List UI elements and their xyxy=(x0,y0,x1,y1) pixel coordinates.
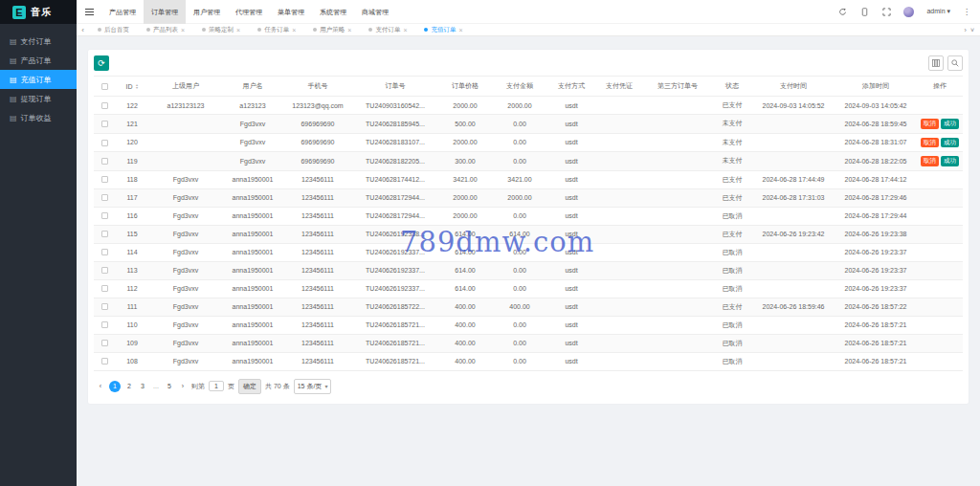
row-checkbox[interactable] xyxy=(101,176,108,183)
cell-username: anna1950001 xyxy=(222,279,283,298)
cell-order-no: TU240628172944... xyxy=(352,207,438,225)
topnav-item-用户管理[interactable]: 用户管理 xyxy=(186,0,228,24)
topnav-item-代理管理[interactable]: 代理管理 xyxy=(228,0,270,24)
cancel-order-button[interactable]: 取消 xyxy=(921,156,939,166)
row-checkbox[interactable] xyxy=(101,158,108,165)
tab-支付订单[interactable]: 支付订单× xyxy=(360,24,415,36)
confirm-order-button[interactable]: 成功 xyxy=(941,138,959,148)
cell-actions xyxy=(917,316,963,334)
sidebar-item-label: 提现订单 xyxy=(21,94,52,104)
tabs-scroll-right-icon[interactable]: › xyxy=(965,27,967,33)
sidebar-item-产品订单[interactable]: ▤产品订单 xyxy=(0,51,77,70)
cell-pay-method: usdt xyxy=(547,152,595,171)
page-3[interactable]: 3 xyxy=(138,383,147,389)
row-checkbox[interactable] xyxy=(101,249,108,255)
cell-parent-user: Fgd3vxv xyxy=(149,298,222,316)
row-checkbox[interactable] xyxy=(101,303,108,310)
user-menu[interactable]: admin ▾ xyxy=(926,8,950,15)
cell-phone: 123456111 xyxy=(283,243,352,261)
row-checkbox[interactable] xyxy=(101,212,108,219)
confirm-order-button[interactable]: 成功 xyxy=(941,119,959,129)
sidebar-item-支付订单[interactable]: ▤支付订单 xyxy=(0,32,77,51)
topnav-item-商城管理[interactable]: 商城管理 xyxy=(354,0,396,24)
more-options-icon[interactable]: ⋮ xyxy=(963,8,970,16)
cell-checkbox xyxy=(94,243,115,261)
page-prev-icon[interactable]: ‹ xyxy=(96,383,105,389)
columns-filter-icon[interactable] xyxy=(928,55,944,71)
column-header-支付凭证: 支付凭证 xyxy=(595,77,643,97)
row-checkbox[interactable] xyxy=(101,340,108,346)
cell-phone: 123456111 xyxy=(283,316,352,334)
row-checkbox[interactable] xyxy=(101,231,108,237)
fullscreen-icon[interactable] xyxy=(881,7,891,16)
confirm-order-button[interactable]: 成功 xyxy=(941,156,959,166)
sidebar-item-订单收益[interactable]: ▤订单收益 xyxy=(0,108,77,127)
tab-用户策略[interactable]: 用户策略× xyxy=(304,24,360,36)
page-next-icon[interactable]: › xyxy=(178,383,188,389)
cell-pay-method: usdt xyxy=(547,334,595,352)
cell-price: 400.00 xyxy=(438,334,492,352)
page-1[interactable]: 1 xyxy=(109,381,121,392)
close-icon[interactable]: × xyxy=(236,27,240,33)
cell-actions xyxy=(917,243,963,261)
cell-username: anna1950001 xyxy=(222,261,283,279)
sidebar-item-提现订单[interactable]: ▤提现订单 xyxy=(0,89,77,108)
cell-id: 118 xyxy=(115,170,149,188)
select-all-checkbox[interactable] xyxy=(101,83,108,90)
close-icon[interactable]: × xyxy=(458,27,462,33)
page-5[interactable]: 5 xyxy=(165,383,174,389)
cell-order-no: TU240626192337... xyxy=(352,279,438,298)
per-page-select[interactable]: 15 条/页▾ xyxy=(294,379,332,394)
close-icon[interactable]: × xyxy=(292,27,296,33)
cancel-order-button[interactable]: 取消 xyxy=(921,138,939,148)
topnav-item-产品管理[interactable]: 产品管理 xyxy=(101,0,144,24)
tab-后台首页[interactable]: 后台首页 xyxy=(89,24,138,36)
topnav-item-系统管理[interactable]: 系统管理 xyxy=(312,0,354,24)
tabs-scroll-left-icon[interactable]: ‹ xyxy=(77,26,89,34)
page-2[interactable]: 2 xyxy=(124,383,134,389)
close-icon[interactable]: × xyxy=(403,27,407,33)
table-row: 122a123123123a123123123123@qq.comTU24090… xyxy=(94,97,963,115)
cell-actions: 取消成功 xyxy=(917,152,963,171)
cell-third-order-no xyxy=(643,133,712,152)
cell-actions: 取消成功 xyxy=(917,133,963,152)
row-checkbox[interactable] xyxy=(101,102,108,109)
clear-cache-icon[interactable] xyxy=(859,7,869,16)
table-row: 121Fgd3vxv696969690TU240628185945...500.… xyxy=(94,115,963,134)
jump-confirm-button[interactable]: 确定 xyxy=(238,379,261,394)
row-checkbox[interactable] xyxy=(101,140,108,146)
cell-phone: 696969690 xyxy=(283,133,352,152)
row-checkbox[interactable] xyxy=(101,194,108,201)
row-checkbox[interactable] xyxy=(101,267,108,274)
row-checkbox[interactable] xyxy=(101,285,108,292)
close-icon[interactable]: × xyxy=(181,27,185,33)
sidebar-item-充值订单[interactable]: ▤充值订单 xyxy=(0,70,77,89)
cell-price: 2000.00 xyxy=(438,207,492,225)
row-checkbox[interactable] xyxy=(101,358,108,364)
user-avatar[interactable] xyxy=(903,7,914,17)
tab-任务订单[interactable]: 任务订单× xyxy=(249,24,304,36)
close-icon[interactable]: × xyxy=(347,27,351,33)
tab-策略定制[interactable]: 策略定制× xyxy=(193,24,249,36)
sort-icon[interactable]: ▲▼ xyxy=(135,83,139,89)
menu-toggle-icon[interactable] xyxy=(77,0,101,24)
tab-产品列表[interactable]: 产品列表× xyxy=(138,24,193,36)
tab-充值订单[interactable]: 充值订单× xyxy=(415,24,471,36)
cell-parent-user: Fgd3vxv xyxy=(149,188,222,207)
cell-voucher xyxy=(595,261,643,279)
tabs-menu-icon[interactable]: ˅ xyxy=(970,27,974,33)
topnav-item-菜单管理[interactable]: 菜单管理 xyxy=(270,0,312,24)
row-checkbox[interactable] xyxy=(101,321,108,328)
table-row: 120Fgd3vxv696969690TU240628183107...2000… xyxy=(94,133,963,152)
sidebar-item-label: 产品订单 xyxy=(21,55,52,66)
row-checkbox[interactable] xyxy=(101,121,108,127)
refresh-icon[interactable] xyxy=(837,7,847,16)
cell-paid-amount: 0.00 xyxy=(492,207,547,225)
refresh-table-button[interactable]: ⟳ xyxy=(94,55,109,71)
search-icon[interactable] xyxy=(947,55,963,71)
tab-dot-icon xyxy=(313,28,317,32)
topnav-item-订单管理[interactable]: 订单管理 xyxy=(144,0,186,24)
page-jump-input[interactable] xyxy=(209,381,224,391)
cancel-order-button[interactable]: 取消 xyxy=(921,119,939,129)
cell-parent-user: Fgd3vxv xyxy=(149,170,222,188)
